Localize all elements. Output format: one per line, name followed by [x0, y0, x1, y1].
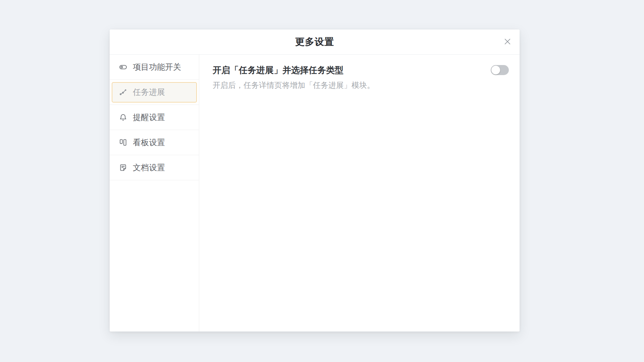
sidebar-item-project-feature-switch[interactable]: 项目功能开关: [110, 55, 199, 80]
sidebar-item-kanban-settings[interactable]: 看板设置: [110, 130, 199, 155]
sidebar-item-label: 任务进展: [133, 87, 165, 98]
sidebar-item-task-progress[interactable]: 任务进展: [110, 80, 199, 105]
task-progress-toggle[interactable]: [491, 65, 509, 75]
more-settings-modal: 更多设置: [110, 29, 520, 331]
settings-sidebar: 项目功能开关: [110, 55, 199, 331]
sidebar-item-label: 项目功能开关: [133, 62, 181, 72]
close-button[interactable]: [501, 36, 514, 48]
toggle-switch-icon: [119, 63, 127, 71]
sidebar-item-document-settings[interactable]: 文档设置: [110, 155, 199, 180]
modal-body: 项目功能开关: [110, 55, 520, 331]
setting-description: 开启后，任务详情页将增加「任务进展」模块。: [213, 80, 375, 90]
document-icon: [119, 163, 127, 172]
task-progress-setting-row: 开启「任务进展」并选择任务类型 开启后，任务详情页将增加「任务进展」模块。: [213, 64, 509, 90]
sidebar-item-label: 看板设置: [133, 137, 165, 148]
sidebar-item-reminder-settings[interactable]: 提醒设置: [110, 105, 199, 130]
page-background: 更多设置: [0, 0, 644, 362]
sidebar-item-label: 提醒设置: [133, 112, 165, 123]
progress-trend-icon: [119, 88, 127, 97]
setting-text-block: 开启「任务进展」并选择任务类型 开启后，任务详情页将增加「任务进展」模块。: [213, 64, 375, 90]
close-icon: [503, 37, 512, 47]
kanban-icon: [119, 138, 127, 147]
toggle-knob: [491, 66, 500, 74]
bell-icon: [119, 113, 127, 122]
settings-content: 开启「任务进展」并选择任务类型 开启后，任务详情页将增加「任务进展」模块。: [199, 55, 520, 331]
modal-header: 更多设置: [110, 29, 520, 55]
setting-title: 开启「任务进展」并选择任务类型: [213, 64, 375, 76]
modal-title: 更多设置: [295, 36, 334, 48]
sidebar-item-label: 文档设置: [133, 162, 165, 173]
